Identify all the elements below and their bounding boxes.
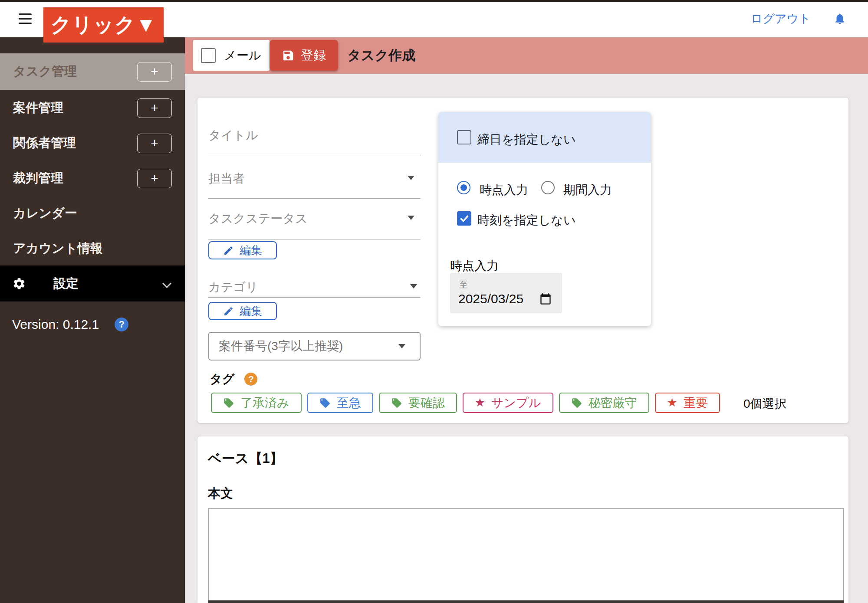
page-header-bar: メール 登録 タスク作成	[185, 37, 868, 74]
sidebar-item-settings[interactable]: 設定	[0, 265, 185, 302]
tag-icon	[319, 397, 331, 409]
tag-icon	[223, 397, 234, 409]
dropdown-caret-icon[interactable]	[410, 284, 417, 288]
base-section-card: ベース【1】 本文	[197, 436, 848, 603]
body-textarea[interactable]	[208, 508, 844, 603]
tag-button[interactable]: ★重要	[655, 393, 720, 413]
page-title: タスク作成	[347, 37, 415, 74]
tag-label: 要確認	[408, 395, 445, 411]
tag-button[interactable]: 至急	[307, 393, 373, 413]
sidebar-item-label: タスク管理	[13, 63, 77, 80]
pencil-icon	[223, 245, 234, 256]
sidebar-item-label: カレンダー	[13, 205, 77, 222]
title-field-underline	[208, 155, 421, 155]
tag-button[interactable]: 要確認	[379, 393, 457, 413]
edit-status-button[interactable]: 編集	[208, 241, 277, 259]
sidebar-item-label: 案件管理	[13, 99, 63, 117]
category-underline	[208, 297, 421, 298]
mail-checkbox[interactable]	[201, 48, 216, 63]
sidebar: タスク管理 + 案件管理 + 関係者管理 + 裁判管理 + カレンダー アカウン…	[0, 37, 185, 603]
tag-button[interactable]: ★サンプル	[463, 393, 553, 413]
tags-help-icon[interactable]: ?	[244, 373, 257, 386]
tag-icon	[571, 397, 582, 409]
period-input-radio[interactable]	[541, 181, 555, 194]
title-field[interactable]: タイトル	[208, 127, 258, 144]
add-trial-button[interactable]: +	[137, 169, 172, 188]
deadline-date-input[interactable]: 至 2025/03/25	[450, 273, 562, 313]
add-task-button[interactable]: +	[137, 62, 172, 82]
mail-toggle-button[interactable]: メール	[193, 40, 270, 71]
point-input-section-label: 時点入力	[450, 258, 499, 274]
tag-button[interactable]: 了承済み	[211, 393, 302, 413]
sidebar-item-party-management[interactable]: 関係者管理 +	[0, 125, 185, 161]
edit-label: 編集	[240, 243, 262, 258]
base-section-title: ベース【1】	[208, 449, 283, 468]
no-time-checkbox[interactable]	[457, 211, 471, 226]
tag-label: 重要	[684, 395, 708, 411]
tag-button[interactable]: 秘密厳守	[559, 393, 649, 413]
star-icon: ★	[475, 397, 485, 409]
pencil-icon	[223, 306, 234, 317]
hamburger-menu-icon[interactable]	[19, 13, 32, 24]
sidebar-item-account-info[interactable]: アカウント情報	[0, 230, 185, 267]
sidebar-item-calendar[interactable]: カレンダー	[0, 195, 185, 232]
no-deadline-label: 締日を指定しない	[477, 131, 576, 148]
task-status-select[interactable]: タスクステータス	[208, 210, 308, 227]
tags-label: タグ	[210, 371, 234, 387]
period-input-label: 期間入力	[563, 182, 612, 198]
no-deadline-checkbox[interactable]	[457, 130, 471, 144]
edit-label: 編集	[240, 304, 262, 319]
date-value: 2025/03/25	[458, 292, 523, 306]
version-info: Version: 0.12.1 ?	[12, 317, 128, 332]
version-text: Version: 0.12.1	[12, 317, 99, 332]
tag-label: 了承済み	[240, 395, 289, 411]
logout-link[interactable]: ログアウト	[751, 0, 811, 37]
save-icon	[282, 49, 295, 62]
calendar-icon[interactable]	[539, 293, 552, 305]
tag-label: 秘密厳守	[589, 395, 637, 411]
dropdown-caret-icon[interactable]	[408, 216, 414, 220]
notification-bell-icon[interactable]	[833, 0, 846, 37]
task-form-card: タイトル 担当者 タスクステータス 編集 カテゴリ 編集 案件番号(3字以上推奨…	[197, 98, 848, 423]
tags-section-title: タグ ?	[210, 371, 257, 387]
tag-label: サンプル	[491, 395, 541, 411]
category-select[interactable]: カテゴリ	[208, 279, 258, 295]
app-logo[interactable]: クリック▼	[43, 7, 164, 43]
point-input-radio[interactable]	[457, 181, 470, 194]
no-time-label: 時刻を指定しない	[477, 212, 576, 229]
body-label: 本文	[208, 485, 233, 502]
tags-selected-count: 0個選択	[743, 396, 787, 412]
mail-label: メール	[224, 47, 261, 64]
dropdown-caret-icon[interactable]	[408, 176, 414, 180]
sidebar-item-trial-management[interactable]: 裁判管理 +	[0, 160, 185, 197]
window-top-edge	[0, 0, 868, 2]
sidebar-item-label: アカウント情報	[13, 240, 102, 257]
assignee-select[interactable]: 担当者	[208, 170, 245, 187]
tag-button-row: 了承済み 至急 要確認 ★サンプル 秘密厳守 ★重要	[211, 393, 720, 413]
check-icon	[459, 213, 470, 224]
sidebar-item-task-management[interactable]: タスク管理 +	[0, 53, 185, 90]
case-number-select[interactable]: 案件番号(3字以上推奨)	[208, 332, 421, 360]
settings-label: 設定	[53, 275, 79, 292]
sidebar-item-label: 関係者管理	[13, 134, 76, 152]
sidebar-item-case-management[interactable]: 案件管理 +	[0, 90, 185, 126]
app-window: ログアウト クリック▼ タスク管理 + 案件管理 + 関係者管理 + 裁判管理 …	[0, 0, 868, 603]
sidebar-item-label: 裁判管理	[13, 170, 63, 187]
date-prefix-label: 至	[459, 279, 468, 291]
chevron-down-icon	[162, 279, 171, 288]
assignee-underline	[208, 198, 421, 199]
version-help-icon[interactable]: ?	[115, 318, 128, 331]
add-case-button[interactable]: +	[137, 98, 172, 118]
star-icon: ★	[667, 397, 677, 409]
gear-icon	[12, 277, 26, 291]
deadline-panel: 締日を指定しない 時点入力 期間入力 時刻を指定しない 時点入力 至 2025/…	[438, 112, 651, 326]
deadline-panel-header: 締日を指定しない	[438, 112, 651, 163]
register-button[interactable]: 登録	[270, 40, 338, 71]
tag-label: 至急	[337, 395, 361, 411]
add-party-button[interactable]: +	[137, 134, 172, 153]
tag-icon	[391, 397, 402, 409]
point-input-label: 時点入力	[480, 182, 528, 198]
case-number-placeholder: 案件番号(3字以上推奨)	[219, 338, 343, 354]
viewport-bottom-edge	[208, 600, 844, 603]
edit-category-button[interactable]: 編集	[208, 302, 277, 320]
